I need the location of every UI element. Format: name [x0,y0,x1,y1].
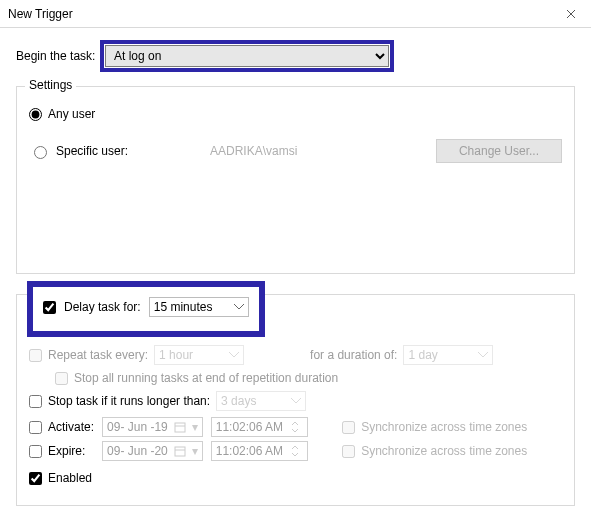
activate-sync-checkbox[interactable] [342,421,355,434]
titlebar: New Trigger [0,0,591,28]
activate-label: Activate: [48,420,94,434]
begin-task-highlight: At log on [100,40,394,72]
begin-task-select[interactable]: At log on [105,45,389,67]
calendar-icon [172,443,188,459]
close-button[interactable] [551,0,591,28]
enabled-row: Enabled [29,471,562,485]
activate-sync-label: Synchronize across time zones [361,420,527,434]
enabled-label: Enabled [48,471,92,485]
repeat-duration-label: for a duration of: [310,348,397,362]
change-user-button[interactable]: Change User... [436,139,562,163]
expire-date-picker[interactable]: 09- Jun -20 ▾ [102,441,203,461]
activate-checkbox[interactable] [29,421,42,434]
begin-task-row: Begin the task: At log on [16,40,575,72]
delay-task-select[interactable]: 15 minutes [149,297,249,317]
specific-user-radio[interactable] [34,146,47,159]
begin-task-label: Begin the task: [16,49,96,63]
expire-checkbox[interactable] [29,445,42,458]
chevron-down-icon: ▾ [192,420,198,434]
svg-rect-0 [175,423,185,432]
activate-date-picker[interactable]: 09- Jun -19 ▾ [102,417,203,437]
window-title: New Trigger [8,7,583,21]
repeat-duration-select[interactable]: 1 day [403,345,493,365]
specific-user-label: Specific user: [56,144,128,158]
any-user-label: Any user [48,107,95,121]
stop-all-tasks-row: Stop all running tasks at end of repetit… [55,371,562,385]
stop-if-longer-row: Stop task if it runs longer than: 3 days [29,391,562,411]
activate-time-picker[interactable]: 11:02:06 AM [211,417,308,437]
expire-label: Expire: [48,444,85,458]
expire-date-value: 09- Jun -20 [107,444,168,458]
close-icon [566,9,576,19]
stop-if-longer-checkbox[interactable] [29,395,42,408]
delay-highlight: Delay task for: 15 minutes [27,281,265,337]
repeat-task-label: Repeat task every: [48,348,148,362]
any-user-row: Any user [29,107,562,121]
settings-legend: Settings [25,78,76,92]
specific-user-row: Specific user: AADRIKA\vamsi Change User… [29,139,562,163]
enabled-checkbox[interactable] [29,472,42,485]
spinner-icon [287,419,303,435]
repeat-task-row: Repeat task every: 1 hour for a duration… [29,345,562,365]
settings-group: Settings Any user Specific user: AADRIKA… [16,86,575,274]
expire-time-picker[interactable]: 11:02:06 AM [211,441,308,461]
calendar-icon [172,419,188,435]
delay-task-checkbox[interactable] [43,301,56,314]
repeat-task-select[interactable]: 1 hour [154,345,244,365]
advanced-settings-group: Delay task for: 15 minutes Repeat task e… [16,294,575,506]
activate-date-value: 09- Jun -19 [107,420,168,434]
spinner-icon [287,443,303,459]
stop-all-tasks-label: Stop all running tasks at end of repetit… [74,371,338,385]
expire-time-value: 11:02:06 AM [216,444,283,458]
delay-task-label: Delay task for: [64,300,141,314]
stop-all-tasks-checkbox[interactable] [55,372,68,385]
expire-sync-checkbox[interactable] [342,445,355,458]
svg-rect-2 [175,447,185,456]
stop-if-longer-select[interactable]: 3 days [216,391,306,411]
dates-grid: Activate: 09- Jun -19 ▾ 11:02:06 AM Sync… [29,417,562,461]
expire-sync-label: Synchronize across time zones [361,444,527,458]
chevron-down-icon: ▾ [192,444,198,458]
any-user-radio[interactable] [29,108,42,121]
dialog-body: Begin the task: At log on Settings Any u… [0,28,591,516]
specific-user-value: AADRIKA\vamsi [210,144,430,158]
stop-if-longer-label: Stop task if it runs longer than: [48,394,210,408]
repeat-task-checkbox[interactable] [29,349,42,362]
activate-time-value: 11:02:06 AM [216,420,283,434]
